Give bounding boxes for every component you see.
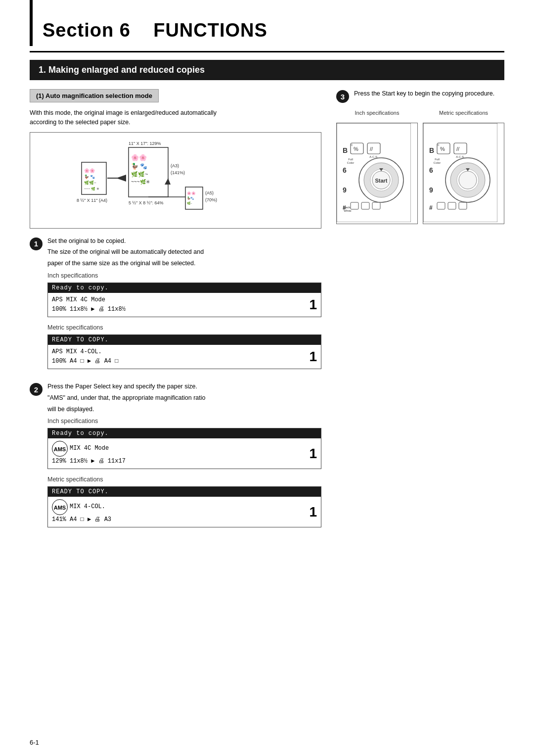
step1-lcd-metric-header: READY TO COPY.	[48, 335, 321, 345]
svg-text:11" X 17": 129%: 11" X 17": 129%	[129, 141, 161, 146]
svg-text:9: 9	[343, 186, 347, 194]
svg-text:🌸🌸: 🌸🌸	[131, 153, 147, 162]
svg-text:Start: Start	[375, 178, 387, 184]
svg-rect-68	[448, 202, 456, 209]
svg-text:%: %	[440, 146, 445, 152]
page-container: Section 6 FUNCTIONS 1. Making enlarged a…	[0, 0, 534, 756]
svg-text:B: B	[429, 146, 434, 154]
body-text-1: With this mode, the original image is en…	[30, 108, 321, 127]
step2-lcd-metric-number: 1	[309, 504, 317, 520]
step2-metric-label: Metric specifications	[47, 475, 321, 484]
step2-lcd-inch-text: AMS MIX 4C Mode 129% 11x8½ ▶ 🖨 11x17	[52, 441, 126, 466]
left-column: (1) Auto magnification selection mode Wi…	[30, 89, 321, 540]
svg-text:c: c	[351, 143, 353, 146]
step2-text3: will be displayed.	[47, 405, 321, 414]
step1-text3: paper of the same size as the original w…	[47, 259, 321, 268]
svg-text:(70%): (70%)	[205, 197, 217, 202]
svg-text:Color: Color	[434, 161, 441, 164]
step2-lcd-metric-text: AMS MIX 4-COL. 141% A4 □ ▶ 🖨 A3	[52, 499, 111, 524]
body-line-2: according to the selected paper size.	[30, 119, 131, 126]
step2-lcd-inch: Ready to copy. AMS MIX 4C Mode 129% 11x8…	[47, 428, 321, 469]
section-title: Section 6 FUNCTIONS	[43, 20, 504, 41]
svg-text:%: %	[354, 146, 358, 152]
step1-lcd-inch-body: APS MIX 4C Mode 100% 11x8½ ▶ 🖨 11x8½ 1	[48, 293, 321, 317]
svg-text:🌿🌿~: 🌿🌿~	[84, 180, 96, 185]
metric-panel-svg: B 6 9 # % c // Full Color	[423, 123, 497, 222]
svg-text:c: c	[438, 143, 440, 146]
inch-panel-label: Inch specifications	[336, 110, 418, 116]
step2-lcd-metric-header: READY TO COPY.	[48, 487, 321, 497]
step1-lcd-inch-text: APS MIX 4C Mode 100% 11x8½ ▶ 🖨 11x8½	[52, 295, 126, 314]
step2-inch-label: Inch specifications	[47, 417, 321, 426]
chapter-title: 1. Making enlarged and reduced copies	[39, 65, 205, 75]
section-text: FUNCTIONS	[153, 20, 267, 41]
step2-lcd-inch-number: 1	[309, 446, 317, 462]
ams-circle-2: AMS	[52, 499, 68, 515]
step2-text2: "AMS" and, under that, the appropriate m…	[47, 393, 321, 403]
svg-text:White: White	[344, 209, 352, 212]
step3: 3 Press the Start key to begin the copyi…	[336, 89, 504, 103]
step1-lcd-inch-number: 1	[309, 297, 317, 313]
svg-rect-57	[454, 143, 467, 154]
footer-page: 6-1	[30, 739, 39, 746]
step1-lcd-metric-body: APS MIX 4-COL. 100% A4 □ ▶ 🖨 A4 □ 1	[48, 345, 321, 369]
svg-text:6: 6	[343, 166, 347, 174]
step2-number: 2	[30, 383, 43, 396]
step1-lcd-inch: Ready to copy. APS MIX 4C Mode 100% 11x8…	[47, 283, 321, 317]
ams-circle-1: AMS	[52, 441, 68, 457]
svg-text:🌿🌿~: 🌿🌿~	[131, 171, 148, 178]
svg-text:(141%): (141%)	[171, 170, 185, 175]
svg-text:🌸🌸: 🌸🌸	[84, 168, 95, 174]
svg-rect-46	[351, 202, 358, 209]
metric-panel-label: Metric specifications	[423, 110, 504, 116]
step2-lcd-inch-header: Ready to copy.	[48, 428, 321, 438]
section-number: Section 6	[43, 20, 131, 41]
svg-text:9: 9	[429, 186, 433, 194]
step1-inch-label: Inch specifications	[47, 271, 321, 281]
svg-rect-33	[367, 143, 380, 154]
svg-point-65	[459, 171, 477, 189]
svg-rect-67	[437, 202, 445, 209]
svg-text:(A3): (A3)	[171, 163, 179, 168]
svg-text:Full: Full	[348, 158, 353, 161]
sub-heading: (1) Auto magnification selection mode	[30, 89, 159, 102]
right-column: 3 Press the Start key to begin the copyi…	[336, 89, 504, 540]
svg-text:~~~🌿✳: ~~~🌿✳	[131, 179, 150, 185]
sub-heading-text: (1) Auto magnification selection mode	[36, 92, 152, 99]
svg-text:🦆   🐾: 🦆 🐾	[84, 174, 95, 179]
header-line	[30, 51, 504, 52]
step2-lcd-metric: READY TO COPY. AMS MIX 4-COL. 141% A4 □ …	[47, 486, 321, 527]
svg-text://: //	[370, 146, 373, 152]
step2-lcd-metric-body: AMS MIX 4-COL. 141% A4 □ ▶ 🖨 A3 1	[48, 497, 321, 527]
step1-content: Set the original to be copied. The size …	[47, 236, 321, 376]
svg-text:~~~ 🌿 ✳: ~~~ 🌿 ✳	[84, 187, 99, 191]
svg-text:Color: Color	[347, 161, 354, 164]
svg-text:🦆  🐾: 🦆 🐾	[131, 162, 147, 170]
step1-metric-label: Metric specifications	[47, 323, 321, 332]
step1-text2: The size of the original will be automat…	[47, 247, 321, 257]
step2-lcd-inch-body: AMS MIX 4C Mode 129% 11x8½ ▶ 🖨 11x17 1	[48, 438, 321, 469]
step1-lcd-metric-number: 1	[309, 349, 317, 365]
svg-rect-48	[372, 202, 380, 209]
svg-text://: //	[456, 146, 460, 152]
svg-text:5 ½" X 8 ½": 64%: 5 ½" X 8 ½": 64%	[129, 200, 163, 205]
page-number: 6-1	[30, 739, 39, 746]
chapter-heading: 1. Making enlarged and reduced copies	[30, 60, 504, 80]
step3-number: 3	[336, 90, 349, 103]
step1-lcd-inch-header: Ready to copy.	[48, 283, 321, 293]
svg-text:🦆🐾: 🦆🐾	[187, 196, 194, 200]
svg-text:#: #	[429, 204, 433, 211]
step3-content: Press the Start key to begin the copying…	[354, 89, 504, 100]
svg-text:6: 6	[429, 166, 433, 174]
copy-diagram-box: 🌸🌸 🦆 🐾 🌿🌿~ ~~~ 🌿 ✳ 8 ½" X 11" (A4) 🌸🌸 🦆 …	[30, 132, 321, 229]
header-section: Section 6 FUNCTIONS	[30, 0, 504, 46]
svg-rect-47	[361, 202, 369, 209]
step1: 1 Set the original to be copied. The siz…	[30, 236, 321, 376]
body-line-1: With this mode, the original image is en…	[30, 109, 217, 116]
copy-diagram-svg: 🌸🌸 🦆 🐾 🌿🌿~ ~~~ 🌿 ✳ 8 ½" X 11" (A4) 🌸🌸 🦆 …	[35, 138, 316, 222]
inch-panel-svg: B 6 9 # % c // Full Color	[337, 123, 411, 222]
metric-panel: B 6 9 # % c // Full Color	[423, 123, 504, 224]
svg-text:🌸🌸: 🌸🌸	[187, 191, 196, 195]
step2-text1: Press the Paper Select key and specify t…	[47, 382, 321, 391]
svg-text:8 ½" X 11" (A4): 8 ½" X 11" (A4)	[77, 198, 107, 203]
